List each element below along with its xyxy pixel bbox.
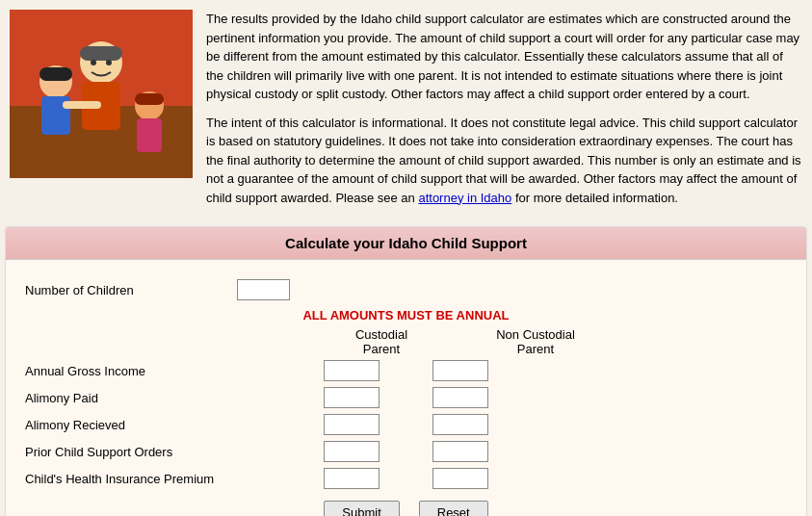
num-children-input[interactable] xyxy=(237,279,290,300)
alimony-paid-custodial-input[interactable] xyxy=(324,387,380,408)
prior-child-support-label: Prior Child Support Orders xyxy=(25,445,324,459)
family-photo xyxy=(10,10,193,178)
prior-child-support-custodial-input[interactable] xyxy=(324,441,380,462)
svg-point-7 xyxy=(106,60,112,65)
alimony-paid-noncustodial-input[interactable] xyxy=(432,387,488,408)
form-body: Number of Children ALL AMOUNTS MUST BE A… xyxy=(6,260,806,516)
annual-gross-income-row: Annual Gross Income xyxy=(25,360,787,381)
annual-gross-income-noncustodial-input[interactable] xyxy=(432,360,488,381)
svg-rect-5 xyxy=(80,46,122,61)
paragraph1: The results provided by the Idaho child … xyxy=(206,10,802,104)
svg-rect-10 xyxy=(39,67,72,81)
custodial-header: CustodialParent xyxy=(333,327,430,356)
button-row: Submit Reset xyxy=(25,501,787,516)
svg-point-6 xyxy=(91,60,96,65)
health-insurance-row: Child's Health Insurance Premium xyxy=(25,468,787,489)
health-insurance-label: Child's Health Insurance Premium xyxy=(25,472,324,486)
prior-child-support-row: Prior Child Support Orders xyxy=(25,441,787,462)
num-children-row: Number of Children xyxy=(25,279,787,300)
annual-notice: ALL AMOUNTS MUST BE ANNUAL xyxy=(25,308,787,322)
paragraph2: The intent of this calculator is informa… xyxy=(206,114,802,208)
annual-gross-income-custodial-input[interactable] xyxy=(324,360,380,381)
alimony-received-noncustodial-input[interactable] xyxy=(432,414,488,435)
alimony-received-label: Alimony Recieved xyxy=(25,418,324,432)
svg-rect-14 xyxy=(63,101,101,109)
alimony-received-custodial-input[interactable] xyxy=(324,414,380,435)
column-headers: CustodialParent Non CustodialParent xyxy=(333,327,787,356)
alimony-paid-row: Alimony Paid xyxy=(25,387,787,408)
submit-button[interactable]: Submit xyxy=(324,501,399,516)
svg-rect-13 xyxy=(135,93,164,105)
svg-rect-12 xyxy=(137,118,162,152)
alimony-paid-label: Alimony Paid xyxy=(25,391,324,405)
description-text: The results provided by the Idaho child … xyxy=(206,10,802,217)
alimony-received-row: Alimony Recieved xyxy=(25,414,787,435)
num-children-label: Number of Children xyxy=(25,283,218,297)
paragraph2-after-link: for more detailed information. xyxy=(511,191,678,205)
health-insurance-custodial-input[interactable] xyxy=(324,468,380,489)
attorney-link[interactable]: attorney in Idaho xyxy=(418,191,511,205)
noncustodial-header: Non CustodialParent xyxy=(487,327,584,356)
reset-button[interactable]: Reset xyxy=(419,501,488,516)
prior-child-support-noncustodial-input[interactable] xyxy=(432,441,488,462)
annual-gross-income-label: Annual Gross Income xyxy=(25,364,324,378)
calculator-section: Calculate your Idaho Child Support Numbe… xyxy=(5,226,807,516)
top-section: The results provided by the Idaho child … xyxy=(0,0,812,226)
health-insurance-noncustodial-input[interactable] xyxy=(432,468,488,489)
calculator-title: Calculate your Idaho Child Support xyxy=(6,227,806,260)
